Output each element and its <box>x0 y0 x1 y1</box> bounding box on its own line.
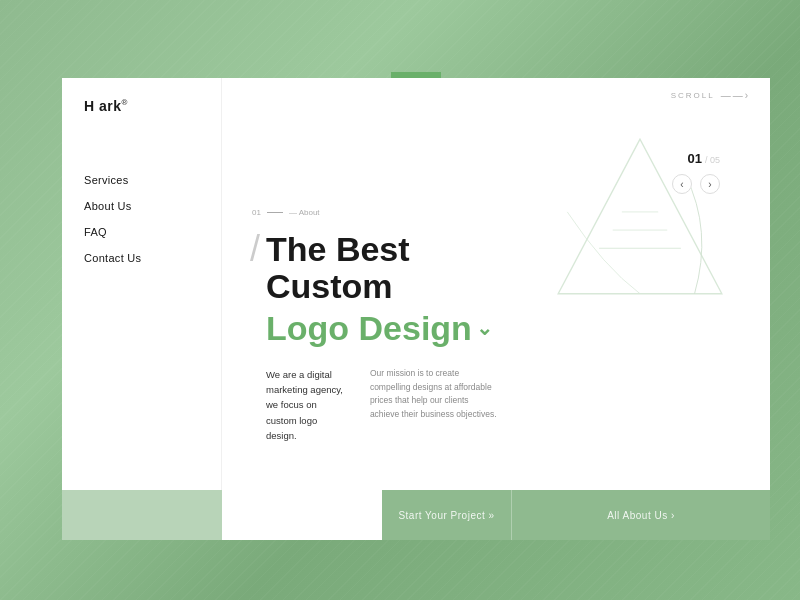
cta-start-project[interactable]: Start Your Project » <box>382 490 512 540</box>
cta-start-label: Start Your Project » <box>398 510 494 521</box>
hero-title-line2: Logo Design ⌄ <box>252 310 500 347</box>
breadcrumb-line <box>267 212 283 213</box>
hero-description: We are a digital marketing agency, we fo… <box>252 367 500 443</box>
logo: H ark® <box>62 98 221 114</box>
bottom-green-block <box>62 490 222 540</box>
cta-about-us[interactable]: All About Us › <box>512 490 770 540</box>
main-card: H ark® Services About Us FAQ Contact Us … <box>62 78 770 540</box>
content-area: Scroll ——› / 01 — About The Best Custom … <box>222 78 770 540</box>
page-counter: 01 / 05 <box>688 151 720 166</box>
chevron-down-icon[interactable]: ⌄ <box>476 317 493 339</box>
nav-item-faq[interactable]: FAQ <box>84 226 199 238</box>
hero-title-line1: The Best Custom <box>252 231 500 306</box>
nav-item-services[interactable]: Services <box>84 174 199 186</box>
cta-bar: Start Your Project » All About Us › <box>382 490 770 540</box>
desc-right: Our mission is to create compelling desi… <box>370 367 500 443</box>
nav-item-contact[interactable]: Contact Us <box>84 252 199 264</box>
page-controls: ‹ › <box>672 174 720 194</box>
hero-section: / 01 — About The Best Custom Logo Design… <box>222 101 770 540</box>
slash-decoration: / <box>250 231 260 267</box>
next-button[interactable]: › <box>700 174 720 194</box>
pagination: 01 / 05 ‹ › <box>672 151 720 194</box>
hero-left: 01 — About The Best Custom Logo Design ⌄… <box>252 111 520 540</box>
prev-button[interactable]: ‹ <box>672 174 692 194</box>
nav-item-about[interactable]: About Us <box>84 200 199 212</box>
scroll-indicator[interactable]: Scroll ——› <box>671 90 750 101</box>
breadcrumb: 01 — About <box>252 208 500 217</box>
cta-about-label: All About Us › <box>607 510 675 521</box>
desc-left: We are a digital marketing agency, we fo… <box>266 367 350 443</box>
scroll-arrow-icon: ——› <box>721 90 750 101</box>
content-top: Scroll ——› <box>222 78 770 101</box>
hero-right-decoration: 01 / 05 ‹ › <box>520 111 740 540</box>
navigation: Services About Us FAQ Contact Us <box>62 174 221 264</box>
sidebar: H ark® Services About Us FAQ Contact Us … <box>62 78 222 540</box>
